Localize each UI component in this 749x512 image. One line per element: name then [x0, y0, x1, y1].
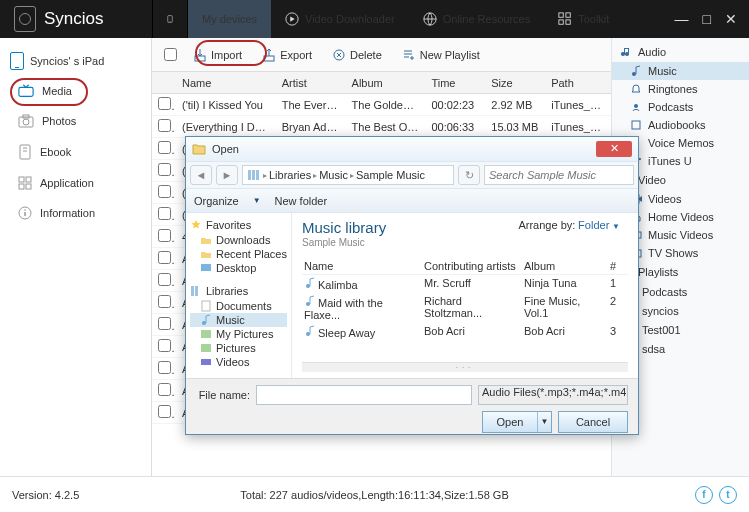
row-checkbox[interactable]	[158, 273, 171, 286]
delete-button[interactable]: Delete	[324, 44, 390, 66]
twitter-icon[interactable]: t	[719, 486, 737, 504]
import-button[interactable]: Import	[185, 44, 250, 66]
svg-rect-47	[195, 286, 198, 296]
dialog-titlebar[interactable]: Open ✕	[186, 137, 638, 161]
tab-phone[interactable]	[152, 0, 188, 38]
export-icon	[262, 48, 276, 62]
sidebar-item-photos[interactable]: Photos	[0, 106, 151, 136]
facebook-icon[interactable]: f	[695, 486, 713, 504]
dialog-nav: ◄ ► ▸Libraries ▸Music ▸Sample Music ↻	[186, 161, 638, 189]
sidebar-item-information[interactable]: Information	[0, 198, 151, 228]
minimize-icon[interactable]: —	[675, 11, 689, 27]
svg-rect-12	[20, 145, 30, 159]
col-path[interactable]: Path	[545, 77, 611, 89]
table-row[interactable]: (Everything I Do)...Bryan AdamsThe Best …	[152, 116, 611, 138]
row-checkbox[interactable]	[158, 251, 171, 264]
version-label: Version: 4.2.5	[12, 489, 79, 501]
row-checkbox[interactable]	[158, 229, 171, 242]
svg-rect-22	[195, 56, 205, 61]
row-checkbox[interactable]	[158, 361, 171, 374]
device-name[interactable]: Syncios' s iPad	[0, 46, 151, 76]
tree-favorites[interactable]: Favorites	[190, 217, 287, 233]
tab-mydevices[interactable]: My devices	[188, 0, 271, 38]
svg-rect-18	[26, 184, 31, 189]
sidebar-item-application[interactable]: Application	[0, 168, 151, 198]
dialog-close-button[interactable]: ✕	[596, 141, 632, 157]
svg-rect-23	[264, 56, 274, 61]
svg-rect-45	[201, 264, 211, 271]
dialog-search-input[interactable]	[484, 165, 634, 185]
organize-menu[interactable]: Organize	[194, 195, 239, 207]
file-row[interactable]: Sleep AwayBob AcriBob Acri3	[302, 323, 628, 341]
filelist-header: Name Contributing artists Album #	[302, 258, 628, 275]
row-checkbox[interactable]	[158, 317, 171, 330]
row-checkbox[interactable]	[158, 185, 171, 198]
app-name: Syncios	[44, 9, 104, 29]
tree-recent[interactable]: Recent Places	[190, 247, 287, 261]
svg-point-31	[634, 104, 638, 108]
tree-music[interactable]: Music	[190, 313, 287, 327]
close-icon[interactable]: ✕	[725, 11, 737, 27]
breadcrumb[interactable]: ▸Libraries ▸Music ▸Sample Music	[242, 165, 454, 185]
library-icon	[247, 169, 261, 181]
sidebar-item-media[interactable]: Media	[0, 76, 151, 106]
tree-libraries[interactable]: Libraries	[190, 283, 287, 299]
row-checkbox[interactable]	[158, 383, 171, 396]
table-row[interactable]: ('til) I Kissed YouThe Everly Br...The G…	[152, 94, 611, 116]
right-item-podcasts[interactable]: Podcasts	[612, 98, 749, 116]
back-button[interactable]: ◄	[190, 165, 212, 185]
apps-icon	[18, 176, 32, 190]
sidebar-item-ebook[interactable]: Ebook	[0, 136, 151, 168]
export-button[interactable]: Export	[254, 44, 320, 66]
right-header-audio[interactable]: Audio	[612, 42, 749, 62]
new-playlist-button[interactable]: New Playlist	[394, 44, 488, 66]
row-checkbox[interactable]	[158, 163, 171, 176]
tree-pictures[interactable]: Pictures	[190, 341, 287, 355]
col-album[interactable]: Album	[346, 77, 426, 89]
tree-desktop[interactable]: Desktop	[190, 261, 287, 275]
file-row[interactable]: KalimbaMr. ScruffNinja Tuna1	[302, 275, 628, 293]
audio-file-icon	[304, 325, 316, 337]
tab-video-downloader[interactable]: Video Downloader	[271, 0, 409, 38]
row-checkbox[interactable]	[158, 405, 171, 418]
tree-downloads[interactable]: Downloads	[190, 233, 287, 247]
svg-rect-43	[252, 170, 255, 180]
maximize-icon[interactable]: □	[703, 11, 711, 27]
filetype-select[interactable]: Audio Files(*.mp3;*.m4a;*.m4b,...	[478, 385, 628, 405]
tree-documents[interactable]: Documents	[190, 299, 287, 313]
titlebar: Syncios My devices Video Downloader Onli…	[0, 0, 749, 38]
filename-input[interactable]	[256, 385, 472, 405]
arrange-by[interactable]: Arrange by: Folder ▼	[518, 219, 620, 231]
select-all-checkbox[interactable]	[164, 48, 177, 61]
row-checkbox[interactable]	[158, 207, 171, 220]
forward-button[interactable]: ►	[216, 165, 238, 185]
newfolder-button[interactable]: New folder	[275, 195, 328, 207]
tab-toolkit[interactable]: Toolkit	[544, 0, 623, 38]
row-checkbox[interactable]	[158, 295, 171, 308]
cancel-button[interactable]: Cancel	[558, 411, 628, 433]
row-checkbox[interactable]	[158, 97, 171, 110]
scrollbar-horizontal[interactable]: ···	[302, 362, 628, 372]
right-item-music[interactable]: Music	[612, 62, 749, 80]
open-dropdown-icon[interactable]: ▼	[537, 412, 551, 432]
col-name[interactable]: Name	[176, 77, 276, 89]
status-bar: Version: 4.2.5 Total: 227 audios/videos,…	[0, 476, 749, 512]
right-item-audiobooks[interactable]: Audiobooks	[612, 116, 749, 134]
col-artist[interactable]: Artist	[276, 77, 346, 89]
status-summary: Total: 227 audios/videos,Length:16:11:34…	[240, 489, 508, 501]
tree-mypictures[interactable]: My Pictures	[190, 327, 287, 341]
col-size[interactable]: Size	[485, 77, 545, 89]
tree-videos[interactable]: Videos	[190, 355, 287, 369]
row-checkbox[interactable]	[158, 339, 171, 352]
open-button[interactable]: Open▼	[482, 411, 552, 433]
right-item-ringtones[interactable]: Ringtones	[612, 80, 749, 98]
refresh-button[interactable]: ↻	[458, 165, 480, 185]
row-checkbox[interactable]	[158, 141, 171, 154]
col-time[interactable]: Time	[425, 77, 485, 89]
row-checkbox[interactable]	[158, 119, 171, 132]
playlist-icon	[402, 48, 416, 62]
svg-rect-52	[201, 359, 211, 365]
tab-online-resources[interactable]: Online Resources	[409, 0, 544, 38]
svg-point-10	[23, 119, 29, 125]
file-row[interactable]: Maid with the Flaxe...Richard Stoltzman.…	[302, 293, 628, 323]
